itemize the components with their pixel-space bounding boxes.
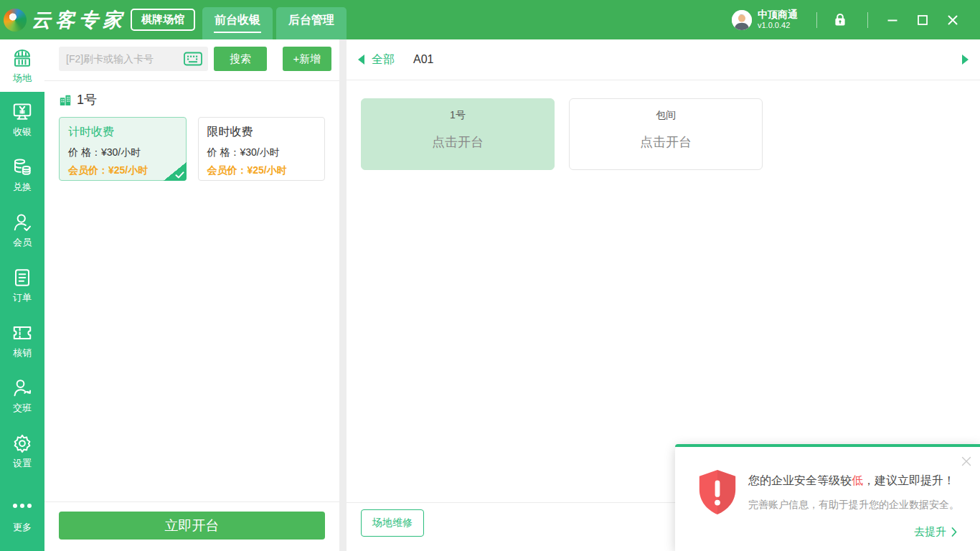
table-grid: 1号 点击开台 包间 点击开台	[361, 98, 966, 170]
keyboard-button[interactable]	[184, 52, 202, 66]
plan-member-price: 会员价：¥25/小时	[207, 164, 316, 177]
plan-card-limited[interactable]: 限时收费 价 格：¥30/小时 会员价：¥25/小时	[198, 117, 326, 181]
popup-message: 完善账户信息，有助于提升您的企业数据安全。	[748, 499, 959, 512]
sidebar-item-label: 会员	[13, 236, 32, 249]
sidebar-item-label: 设置	[13, 457, 32, 470]
exchange-icon	[11, 156, 33, 178]
header-right-cluster: 中顶商通 v1.0.0.42	[732, 9, 980, 31]
maintenance-button[interactable]: 场地维修	[361, 509, 424, 537]
selected-check-icon	[164, 162, 187, 181]
plan-member-price: 会员价：¥25/小时	[68, 164, 177, 177]
app-version: v1.0.0.42	[758, 21, 798, 31]
tab-front-cashier[interactable]: 前台收银	[202, 7, 273, 39]
sidebar-item-label: 收银	[13, 126, 32, 138]
table-card-1[interactable]: 1号 点击开台	[361, 98, 555, 170]
plan-price: 价 格：¥30/小时	[207, 146, 316, 159]
card-search-row: 搜索 +新增	[59, 47, 331, 71]
app-logo-icon	[4, 9, 27, 32]
search-button[interactable]: 搜索	[214, 47, 267, 71]
header-divider	[816, 12, 817, 28]
sidebar-item-label: 订单	[13, 291, 32, 304]
table-action: 点击开台	[432, 133, 484, 151]
sidebar-item-label: 交班	[13, 402, 32, 415]
sidebar-item-cashier[interactable]: 收银	[0, 92, 44, 147]
venue-unit-title: 1号	[77, 91, 97, 108]
plan-price: 价 格：¥30/小时	[68, 146, 177, 159]
avatar[interactable]	[732, 10, 752, 30]
triangle-left-icon	[357, 54, 365, 65]
security-popup: 您的企业安全等级较低，建议立即提升！ 完善账户信息，有助于提升您的企业数据安全。…	[675, 444, 980, 551]
open-table-button[interactable]: 立即开台	[59, 512, 325, 540]
sidebar-item-more[interactable]: 更多	[0, 495, 44, 534]
buildings-icon	[59, 93, 72, 106]
gear-icon	[11, 433, 33, 454]
billing-panel: 搜索 +新增 1号 计时收费 价 格：¥30/小时 会员价：¥25/小时	[44, 39, 339, 551]
billing-plans: 计时收费 价 格：¥30/小时 会员价：¥25/小时 限时收费 价 格：¥30/…	[59, 117, 325, 181]
cashier-icon	[11, 101, 33, 123]
ticket-icon	[11, 322, 33, 344]
maximize-button[interactable]	[917, 14, 928, 26]
sidebar-item-label: 更多	[13, 521, 32, 534]
nav-forward-button[interactable]	[961, 54, 970, 65]
sidebar-item-verify[interactable]: 核销	[0, 313, 44, 368]
minimize-button[interactable]	[887, 14, 898, 26]
tab-backend-admin[interactable]: 后台管理	[276, 7, 347, 39]
sidebar-item-label: 核销	[13, 347, 32, 359]
close-button[interactable]	[947, 14, 958, 26]
close-icon	[961, 456, 971, 466]
sidebar-item-settings[interactable]: 设置	[0, 423, 44, 479]
sidebar-item-orders[interactable]: 订单	[0, 258, 44, 313]
avatar-person-icon	[732, 10, 752, 30]
header-divider-2	[867, 12, 868, 28]
keyboard-icon	[184, 52, 202, 66]
sidebar-item-exchange[interactable]: 兑换	[0, 147, 44, 202]
add-new-button[interactable]: +新增	[283, 47, 331, 71]
sidebar-item-member[interactable]: 会员	[0, 202, 44, 258]
popup-accent-bar	[675, 444, 980, 447]
venue-nav: 全部 A01	[347, 39, 980, 80]
minimize-icon	[887, 14, 898, 26]
table-action: 点击开台	[640, 133, 692, 151]
upgrade-link[interactable]: 去提升	[914, 525, 957, 539]
popup-title-highlight: 低	[852, 474, 863, 486]
popup-close-button[interactable]	[961, 456, 971, 466]
main-tabs: 前台收银 后台管理	[202, 7, 347, 39]
close-icon	[947, 14, 958, 26]
plan-name: 计时收费	[68, 125, 177, 140]
chevron-right-icon	[951, 527, 957, 537]
lock-button[interactable]	[831, 11, 849, 29]
venue-icon	[11, 47, 33, 69]
venue-unit-header: 1号	[59, 91, 325, 108]
sidebar-item-label: 场地	[13, 72, 32, 85]
table-card-private-room[interactable]: 包间 点击开台	[569, 98, 763, 170]
billing-panel-divider	[44, 80, 339, 81]
maximize-icon	[917, 14, 928, 26]
sidebar-item-label: 兑换	[13, 181, 32, 194]
more-dots-icon	[11, 495, 33, 517]
billing-footer: 立即开台	[44, 501, 339, 551]
table-name: 1号	[450, 109, 466, 122]
sidebar: 场地 收银 兑换 会员 订单	[0, 39, 44, 551]
filter-zone-a01[interactable]: A01	[413, 53, 433, 66]
triangle-right-icon	[961, 54, 970, 65]
filter-all[interactable]: 全部	[372, 52, 395, 67]
popup-title: 您的企业安全等级较低，建议立即提升！	[748, 474, 955, 489]
shield-warning-icon	[695, 468, 740, 516]
app-title: 云客专家	[32, 7, 126, 33]
card-search-field[interactable]	[59, 47, 208, 71]
sidebar-item-venue[interactable]: 场地	[0, 39, 44, 92]
plan-card-timed[interactable]: 计时收费 价 格：¥30/小时 会员价：¥25/小时	[59, 117, 187, 181]
lock-icon	[831, 11, 849, 29]
panel-divider	[339, 39, 347, 551]
member-icon	[11, 212, 33, 233]
plan-name: 限时收费	[207, 125, 316, 140]
sidebar-item-shift[interactable]: 交班	[0, 368, 44, 423]
table-name: 包间	[656, 109, 676, 122]
user-info: 中顶商通 v1.0.0.42	[758, 9, 798, 31]
venue-type-button[interactable]: 棋牌场馆	[131, 9, 195, 31]
orders-icon	[11, 267, 33, 288]
card-search-input[interactable]	[66, 53, 184, 65]
shift-icon	[11, 377, 33, 399]
user-name: 中顶商通	[758, 9, 798, 22]
nav-back-button[interactable]	[357, 54, 365, 65]
